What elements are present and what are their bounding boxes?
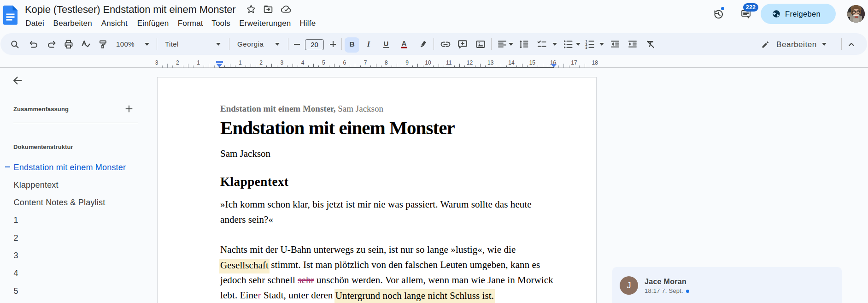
svg-text:U: U xyxy=(383,40,388,47)
svg-text:I: I xyxy=(367,40,370,48)
svg-text:3: 3 xyxy=(585,46,587,50)
svg-text:A: A xyxy=(402,40,407,47)
svg-text:B: B xyxy=(349,40,354,48)
